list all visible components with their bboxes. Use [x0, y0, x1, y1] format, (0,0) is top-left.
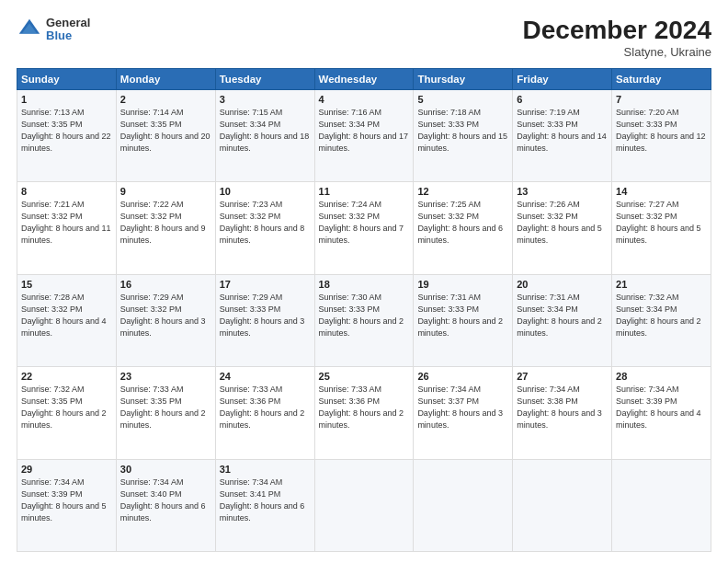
- calendar-cell: 28Sunrise: 7:34 AMSunset: 3:39 PMDayligh…: [612, 367, 711, 459]
- day-number: 23: [120, 371, 211, 382]
- day-number: 25: [319, 371, 410, 382]
- day-info: Sunrise: 7:29 AMSunset: 3:33 PMDaylight:…: [220, 292, 311, 339]
- day-info: Sunrise: 7:16 AMSunset: 3:34 PMDaylight:…: [319, 107, 410, 155]
- day-number: 18: [319, 279, 410, 290]
- calendar-cell: 5Sunrise: 7:18 AMSunset: 3:33 PMDaylight…: [414, 89, 513, 181]
- day-number: 6: [517, 94, 608, 105]
- calendar-cell: 19Sunrise: 7:31 AMSunset: 3:33 PMDayligh…: [414, 274, 513, 366]
- day-number: 12: [417, 186, 508, 197]
- day-number: 10: [220, 186, 311, 197]
- day-number: 20: [517, 279, 608, 290]
- calendar-cell: 23Sunrise: 7:33 AMSunset: 3:35 PMDayligh…: [116, 367, 215, 459]
- calendar-cell: 27Sunrise: 7:34 AMSunset: 3:38 PMDayligh…: [513, 367, 612, 459]
- day-number: 28: [616, 371, 707, 382]
- day-number: 7: [616, 94, 707, 105]
- day-info: Sunrise: 7:34 AMSunset: 3:40 PMDaylight:…: [120, 477, 211, 524]
- location: Slatyne, Ukraine: [523, 45, 711, 59]
- col-header-friday: Friday: [513, 68, 612, 89]
- day-number: 26: [417, 371, 508, 382]
- day-info: Sunrise: 7:34 AMSunset: 3:39 PMDaylight:…: [616, 384, 707, 431]
- calendar-week-row: 15Sunrise: 7:28 AMSunset: 3:32 PMDayligh…: [17, 274, 711, 366]
- day-number: 9: [120, 186, 211, 197]
- calendar-cell: 1Sunrise: 7:13 AMSunset: 3:35 PMDaylight…: [17, 89, 117, 181]
- month-year: December 2024: [523, 17, 711, 45]
- calendar-cell: 14Sunrise: 7:27 AMSunset: 3:32 PMDayligh…: [612, 182, 711, 274]
- calendar-header-row: SundayMondayTuesdayWednesdayThursdayFrid…: [17, 68, 711, 89]
- day-info: Sunrise: 7:34 AMSunset: 3:41 PMDaylight:…: [220, 477, 311, 524]
- day-number: 17: [220, 279, 311, 290]
- logo-general: General: [46, 17, 90, 29]
- calendar-cell: 13Sunrise: 7:26 AMSunset: 3:32 PMDayligh…: [513, 182, 612, 274]
- day-info: Sunrise: 7:23 AMSunset: 3:32 PMDaylight:…: [220, 199, 311, 247]
- header: General Blue December 2024 Slatyne, Ukra…: [17, 17, 711, 59]
- calendar-cell: 31Sunrise: 7:34 AMSunset: 3:41 PMDayligh…: [215, 459, 314, 551]
- day-info: Sunrise: 7:13 AMSunset: 3:35 PMDaylight:…: [21, 107, 112, 155]
- logo-text: General Blue: [46, 17, 90, 43]
- day-info: Sunrise: 7:32 AMSunset: 3:34 PMDaylight:…: [616, 292, 707, 339]
- day-info: Sunrise: 7:34 AMSunset: 3:39 PMDaylight:…: [21, 477, 112, 524]
- day-number: 15: [21, 279, 112, 290]
- day-info: Sunrise: 7:30 AMSunset: 3:33 PMDaylight:…: [319, 292, 410, 339]
- title-block: December 2024 Slatyne, Ukraine: [523, 17, 711, 59]
- day-number: 14: [616, 186, 707, 197]
- day-info: Sunrise: 7:25 AMSunset: 3:32 PMDaylight:…: [417, 199, 508, 247]
- day-info: Sunrise: 7:22 AMSunset: 3:32 PMDaylight:…: [120, 199, 211, 247]
- logo: General Blue: [17, 17, 90, 43]
- calendar-cell: [612, 459, 711, 551]
- day-number: 22: [21, 371, 112, 382]
- day-number: 29: [21, 464, 112, 475]
- calendar-cell: [414, 459, 513, 551]
- calendar-week-row: 1Sunrise: 7:13 AMSunset: 3:35 PMDaylight…: [17, 89, 711, 181]
- day-number: 1: [21, 94, 112, 105]
- day-info: Sunrise: 7:27 AMSunset: 3:32 PMDaylight:…: [616, 199, 707, 247]
- day-info: Sunrise: 7:19 AMSunset: 3:33 PMDaylight:…: [517, 107, 608, 155]
- calendar-cell: 26Sunrise: 7:34 AMSunset: 3:37 PMDayligh…: [414, 367, 513, 459]
- day-info: Sunrise: 7:32 AMSunset: 3:35 PMDaylight:…: [21, 384, 112, 431]
- day-number: 8: [21, 186, 112, 197]
- day-info: Sunrise: 7:14 AMSunset: 3:35 PMDaylight:…: [120, 107, 211, 155]
- day-number: 2: [120, 94, 211, 105]
- day-number: 16: [120, 279, 211, 290]
- calendar-cell: 12Sunrise: 7:25 AMSunset: 3:32 PMDayligh…: [414, 182, 513, 274]
- calendar-cell: 20Sunrise: 7:31 AMSunset: 3:34 PMDayligh…: [513, 274, 612, 366]
- calendar-cell: 21Sunrise: 7:32 AMSunset: 3:34 PMDayligh…: [612, 274, 711, 366]
- day-info: Sunrise: 7:31 AMSunset: 3:33 PMDaylight:…: [417, 292, 508, 339]
- calendar-cell: 6Sunrise: 7:19 AMSunset: 3:33 PMDaylight…: [513, 89, 612, 181]
- day-number: 24: [220, 371, 311, 382]
- day-info: Sunrise: 7:28 AMSunset: 3:32 PMDaylight:…: [21, 292, 112, 339]
- calendar-cell: 17Sunrise: 7:29 AMSunset: 3:33 PMDayligh…: [215, 274, 314, 366]
- calendar-cell: 3Sunrise: 7:15 AMSunset: 3:34 PMDaylight…: [215, 89, 314, 181]
- calendar-cell: 7Sunrise: 7:20 AMSunset: 3:33 PMDaylight…: [612, 89, 711, 181]
- calendar-cell: 10Sunrise: 7:23 AMSunset: 3:32 PMDayligh…: [215, 182, 314, 274]
- calendar-cell: 9Sunrise: 7:22 AMSunset: 3:32 PMDaylight…: [116, 182, 215, 274]
- col-header-sunday: Sunday: [17, 68, 117, 89]
- day-number: 5: [417, 94, 508, 105]
- calendar-cell: 29Sunrise: 7:34 AMSunset: 3:39 PMDayligh…: [17, 459, 117, 551]
- col-header-monday: Monday: [116, 68, 215, 89]
- calendar-cell: 30Sunrise: 7:34 AMSunset: 3:40 PMDayligh…: [116, 459, 215, 551]
- day-info: Sunrise: 7:29 AMSunset: 3:32 PMDaylight:…: [120, 292, 211, 339]
- col-header-saturday: Saturday: [612, 68, 711, 89]
- day-info: Sunrise: 7:34 AMSunset: 3:38 PMDaylight:…: [517, 384, 608, 431]
- calendar-cell: 15Sunrise: 7:28 AMSunset: 3:32 PMDayligh…: [17, 274, 117, 366]
- day-info: Sunrise: 7:26 AMSunset: 3:32 PMDaylight:…: [517, 199, 608, 247]
- logo-icon: [17, 17, 42, 42]
- day-number: 13: [517, 186, 608, 197]
- page: General Blue December 2024 Slatyne, Ukra…: [0, 0, 728, 563]
- calendar-week-row: 29Sunrise: 7:34 AMSunset: 3:39 PMDayligh…: [17, 459, 711, 551]
- col-header-tuesday: Tuesday: [215, 68, 314, 89]
- day-info: Sunrise: 7:18 AMSunset: 3:33 PMDaylight:…: [417, 107, 508, 155]
- day-info: Sunrise: 7:21 AMSunset: 3:32 PMDaylight:…: [21, 199, 112, 247]
- day-number: 30: [120, 464, 211, 475]
- calendar-cell: 8Sunrise: 7:21 AMSunset: 3:32 PMDaylight…: [17, 182, 117, 274]
- day-number: 19: [417, 279, 508, 290]
- calendar-week-row: 22Sunrise: 7:32 AMSunset: 3:35 PMDayligh…: [17, 367, 711, 459]
- day-info: Sunrise: 7:34 AMSunset: 3:37 PMDaylight:…: [417, 384, 508, 431]
- calendar-cell: [513, 459, 612, 551]
- logo-blue: Blue: [46, 29, 90, 42]
- col-header-wednesday: Wednesday: [314, 68, 414, 89]
- day-info: Sunrise: 7:33 AMSunset: 3:36 PMDaylight:…: [220, 384, 311, 431]
- calendar-cell: 25Sunrise: 7:33 AMSunset: 3:36 PMDayligh…: [314, 367, 414, 459]
- day-number: 21: [616, 279, 707, 290]
- day-info: Sunrise: 7:31 AMSunset: 3:34 PMDaylight:…: [517, 292, 608, 339]
